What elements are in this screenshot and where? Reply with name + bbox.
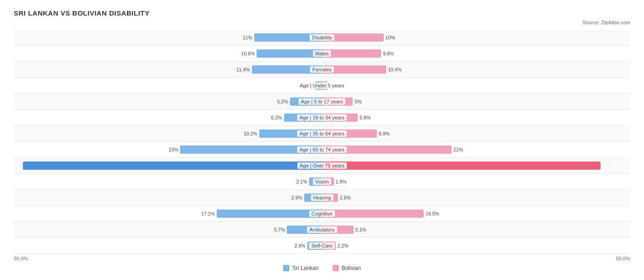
bar-center-label: Vision [313, 178, 331, 185]
bar-value-right: 2.2% [338, 243, 349, 248]
bar-value-left: 10.2% [244, 131, 257, 136]
bar-value-left: 11% [243, 35, 252, 40]
bar-center-label: Disability [310, 34, 334, 41]
chart-row: 1.1%1%Age | Under 5 years [14, 78, 630, 94]
chart-row: 2.9%2.6%Hearing [14, 190, 630, 206]
bar-center-label: Females [310, 66, 334, 73]
chart-row: 5.7%5.1%Ambulatory [14, 222, 630, 238]
bar-value-right: 16.5% [426, 211, 439, 216]
bar-value-right: 2.6% [340, 195, 351, 200]
bar-right [322, 162, 600, 170]
source-label: Source: ZipAtlas.com [14, 20, 630, 25]
chart-row: 10.6%9.6%Males [14, 46, 630, 62]
chart-row: 10.2%8.9%Age | 35 to 64 years [14, 126, 630, 142]
page-title: SRI LANKAN VS BOLIVIAN DISABILITY [14, 9, 630, 17]
bar-value-left: 17.1% [201, 211, 215, 216]
bar-right [322, 49, 381, 58]
bar-value-right: 10.4% [388, 67, 402, 72]
legend-item-sri-lankan: Sri Lankan [283, 265, 318, 271]
legend-box-sri-lankan [283, 265, 289, 271]
bar-value-right: 9.6% [383, 51, 394, 56]
bar-value-right: 10% [386, 35, 395, 40]
axis-labels: 50.0% 50.0% [14, 256, 630, 261]
chart-row: 23%21%Age | 65 to 74 years [14, 142, 630, 158]
chart-row: 11.4%10.4%Females [14, 62, 630, 78]
chart-container: 11%10%Disability10.6%9.6%Males11.4%10.4%… [14, 30, 630, 254]
bar-value-right: 21% [453, 147, 463, 152]
chart-row: 48.5%45.2%Age | Over 75 years [14, 158, 630, 174]
axis-right-label: 50.0% [616, 256, 630, 261]
bar-value-left: 5.7% [274, 227, 285, 232]
bar-center-label: Self-Care [309, 242, 335, 249]
legend-box-bolivian [333, 265, 339, 271]
bar-center-label: Age | Under 5 years [297, 82, 347, 89]
bar-center-label: Ambulatory [307, 226, 337, 233]
chart-row: 6.2%5.8%Age | 18 to 34 years [14, 110, 630, 126]
bar-left [217, 210, 322, 218]
bar-center-label: Age | 18 to 34 years [297, 114, 347, 121]
bar-value-left: 23% [169, 147, 178, 152]
legend-label-sri-lankan: Sri Lankan [292, 265, 318, 271]
bar-value-left: 2.4% [295, 243, 306, 248]
axis-left-label: 50.0% [14, 256, 28, 261]
bar-value-left: 2.9% [291, 195, 302, 200]
chart-row: 11%10%Disability [14, 30, 630, 46]
bar-value-right: 5.8% [360, 115, 371, 120]
legend-item-bolivian: Bolivian [333, 265, 361, 271]
bar-center-label: Age | 35 to 64 years [297, 130, 347, 137]
bar-center-label: Age | Over 75 years [297, 162, 347, 169]
bar-value-left: 48.5% [7, 163, 21, 168]
bar-center-label: Males [313, 50, 331, 57]
chart-row: 2.1%1.9%Vision [14, 174, 630, 190]
legend-label-bolivian: Bolivian [342, 265, 361, 271]
bar-value-right: 1.9% [336, 179, 347, 184]
bar-value-right: 45.2% [602, 163, 616, 168]
bar-value-right: 8.9% [379, 131, 390, 136]
bar-center-label: Hearing [311, 194, 333, 201]
chart-row: 2.4%2.2%Self-Care [14, 238, 630, 254]
bar-value-right: 5% [355, 99, 361, 104]
chart-row: 17.1%16.5%Cognitive [14, 206, 630, 222]
bar-value-left: 5.2% [277, 99, 288, 104]
bar-value-left: 6.2% [271, 115, 282, 120]
bar-center-label: Age | 5 to 17 years [299, 98, 345, 105]
bar-value-left: 10.6% [241, 51, 255, 56]
bar-center-label: Age | 65 to 74 years [297, 146, 347, 153]
bar-value-left: 2.1% [296, 179, 307, 184]
chart-row: 5.2%5%Age | 5 to 17 years [14, 94, 630, 110]
bar-left [257, 49, 322, 58]
bar-value-right: 5.1% [355, 227, 366, 232]
bar-left [23, 162, 322, 170]
legend: Sri Lankan Bolivian [14, 265, 630, 271]
bar-right [322, 210, 424, 218]
bar-center-label: Cognitive [309, 210, 335, 217]
bar-value-left: 11.4% [236, 67, 250, 72]
